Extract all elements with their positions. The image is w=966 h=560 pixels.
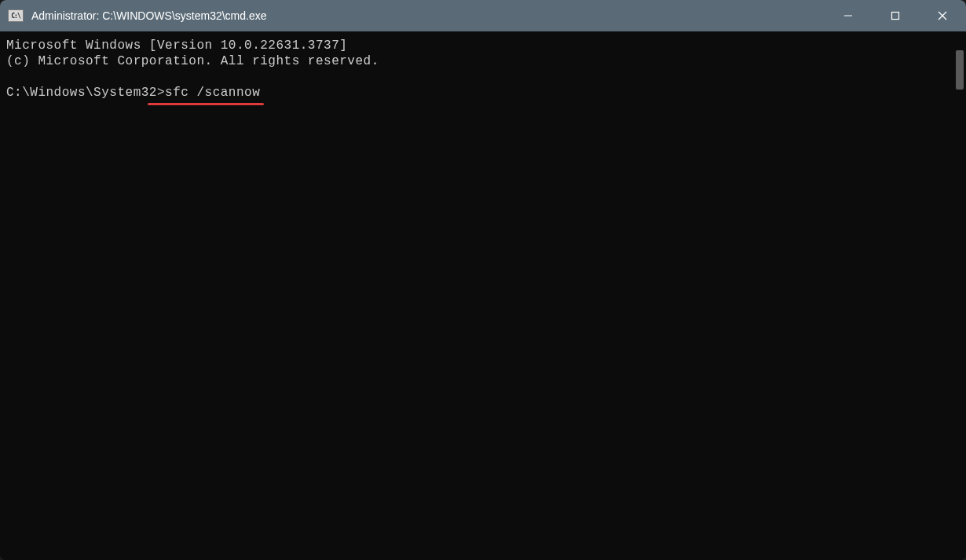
maximize-icon [891, 11, 900, 20]
terminal-output[interactable]: Microsoft Windows [Version 10.0.22631.37… [0, 31, 952, 560]
cmd-icon: C:\ [8, 9, 24, 22]
scrollbar[interactable] [952, 31, 966, 560]
terminal-line-copyright: (c) Microsoft Corporation. All rights re… [6, 53, 946, 69]
command-prompt-window: C:\ Administrator: C:\WINDOWS\system32\c… [0, 0, 966, 560]
prompt-line: C:\Windows\System32>sfc /scannow [6, 85, 260, 101]
window-title: Administrator: C:\WINDOWS\system32\cmd.e… [31, 9, 825, 22]
terminal-area: Microsoft Windows [Version 10.0.22631.37… [0, 31, 966, 560]
scrollbar-thumb[interactable] [956, 50, 964, 90]
maximize-button[interactable] [872, 0, 919, 31]
close-button[interactable] [919, 0, 966, 31]
titlebar[interactable]: C:\ Administrator: C:\WINDOWS\system32\c… [0, 0, 966, 31]
terminal-line-version: Microsoft Windows [Version 10.0.22631.37… [6, 38, 946, 53]
close-icon [938, 11, 947, 20]
minimize-icon [843, 11, 853, 20]
minimize-button[interactable] [825, 0, 872, 31]
blank-line [6, 69, 946, 85]
command-input[interactable]: sfc /scannow [165, 86, 260, 100]
svg-rect-1 [892, 13, 899, 20]
underline-annotation [148, 103, 264, 105]
window-controls [825, 0, 966, 31]
prompt: C:\Windows\System32> [6, 86, 165, 100]
